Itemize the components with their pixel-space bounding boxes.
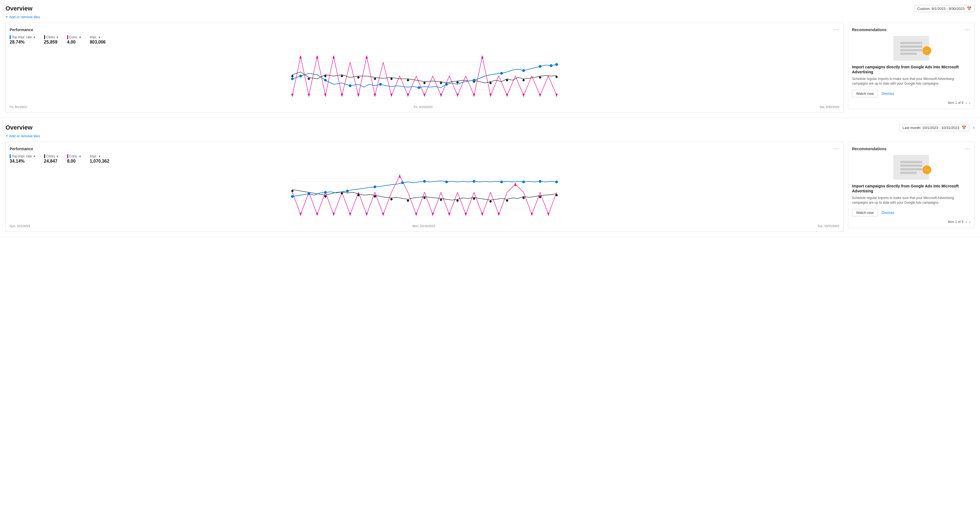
rec-content-desc-1: Schedule regular imports to make sure th…	[852, 77, 970, 86]
svg-point-53	[550, 64, 552, 67]
chevron-impr-2[interactable]: ▼	[98, 155, 101, 158]
chart-labels-2: Sun, 10/1/2023 Mon, 10/16/2023 Tue, 10/3…	[10, 224, 839, 228]
svg-marker-66	[448, 213, 450, 216]
rec-menu-2[interactable]: ···	[964, 146, 970, 152]
perf-card-1-header: Performance ···	[10, 27, 839, 32]
add-tiles-btn-1[interactable]: + Add or remove tiles	[5, 14, 40, 19]
svg-marker-10	[324, 94, 326, 97]
rec-pagination-2: Item 1 of 9 ‹ ›	[852, 220, 970, 224]
svg-marker-23	[539, 94, 541, 97]
chevron-conv-1[interactable]: ▼	[79, 36, 81, 39]
rec-prev-btn-2[interactable]: ‹	[966, 220, 967, 224]
svg-point-91	[291, 195, 294, 198]
rec-arrow-circle-2: →	[923, 165, 931, 174]
svg-point-44	[324, 79, 327, 81]
collapse-btn-2[interactable]: ‹	[973, 125, 975, 130]
metric-label-impr-2: Impr.	[90, 154, 97, 158]
svg-marker-69	[498, 213, 500, 216]
dismiss-link-2[interactable]: Dismiss	[882, 211, 894, 215]
svg-point-102	[539, 180, 541, 183]
rec-pagination-1: Item 1 of 9 ‹ ›	[852, 101, 970, 105]
svg-marker-19	[473, 94, 475, 97]
rec-content-title-2: Import campaigns directly from Google Ad…	[852, 184, 970, 193]
svg-marker-18	[457, 94, 459, 97]
rec-line-2	[900, 45, 922, 48]
chart-area-2	[10, 168, 839, 223]
metric-value-impr-1: 803,006	[90, 40, 106, 45]
rec-next-btn-2[interactable]: ›	[969, 220, 970, 224]
chart-svg-2	[10, 168, 839, 223]
date-range-selector-1[interactable]: Custom: 9/1/2023 - 9/30/2023 📅	[914, 5, 975, 12]
chart-label-mid-2: Mon, 10/16/2023	[412, 224, 435, 228]
svg-point-96	[401, 181, 404, 184]
svg-marker-63	[382, 213, 384, 216]
section-2-header: Overview Last month: 10/1/2023 - 10/31/2…	[5, 124, 975, 131]
chevron-clicks-1[interactable]: ▼	[56, 36, 59, 39]
section-1-title: Overview	[5, 5, 32, 12]
performance-card-2: Performance ··· Top impr. rate ▼ 34.14%	[5, 142, 843, 232]
svg-point-50	[500, 72, 503, 75]
metric-label-conv-1: Conv.	[69, 35, 78, 39]
recommendations-card-2: Recommendations ··· → Import campaigns d…	[848, 142, 975, 228]
chevron-top-impr-1[interactable]: ▼	[33, 36, 36, 39]
rec-line-2-3	[900, 168, 922, 170]
chevron-clicks-2[interactable]: ▼	[56, 155, 59, 158]
content-row-1: Performance ··· Top impr. rate ▼ 28.74%	[5, 22, 975, 113]
svg-point-94	[346, 190, 349, 192]
rec-line-2-2	[900, 164, 922, 167]
metric-impr-2: Impr. ▼ 1,070,362	[90, 154, 109, 164]
metric-label-top-impr-2: Top impr. rate	[12, 154, 32, 158]
svg-marker-16	[423, 94, 426, 97]
performance-card-1: Performance ··· Top impr. rate ▼ 28.74%	[5, 22, 843, 113]
rec-pagination-text-1: Item 1 of 9	[948, 101, 964, 105]
rec-title-1: Recommendations	[852, 27, 886, 32]
date-range-selector-2[interactable]: Last month: 10/1/2023 - 10/31/2023 📅	[900, 124, 969, 131]
svg-marker-13	[374, 94, 376, 97]
svg-marker-3	[299, 55, 302, 58]
metric-color-top-impr-1	[10, 35, 11, 39]
rec-image-lines-1	[900, 42, 922, 55]
metric-impr-1: Impr. ▼ 803,006	[90, 35, 106, 45]
add-tiles-btn-2[interactable]: + Add or remove tiles	[5, 133, 40, 138]
svg-marker-87	[506, 199, 508, 202]
rec-line-3	[900, 49, 922, 51]
metrics-row-2: Top impr. rate ▼ 34.14% Clicks ▼ 24,847	[10, 154, 839, 164]
dismiss-link-1[interactable]: Dismiss	[882, 91, 894, 96]
svg-marker-5	[332, 55, 335, 58]
svg-point-100	[500, 180, 503, 183]
svg-marker-60	[332, 213, 335, 216]
svg-marker-82	[423, 196, 426, 199]
rec-menu-1[interactable]: ···	[964, 27, 970, 32]
perf-card-1-menu[interactable]: ···	[834, 27, 839, 32]
watch-now-btn-2[interactable]: Watch now	[852, 209, 878, 216]
svg-marker-14	[390, 94, 393, 97]
svg-marker-24	[555, 94, 558, 97]
rec-header-2: Recommendations ···	[852, 146, 970, 152]
watch-now-btn-1[interactable]: Watch now	[852, 90, 878, 97]
svg-marker-83	[440, 198, 442, 201]
rec-pagination-text-2: Item 1 of 9	[948, 220, 964, 224]
svg-marker-12	[357, 94, 360, 97]
svg-marker-31	[390, 77, 393, 80]
rec-next-btn-1[interactable]: ›	[969, 101, 970, 105]
chevron-conv-2[interactable]: ▼	[79, 155, 81, 158]
svg-marker-4	[316, 55, 318, 58]
section-2: Overview Last month: 10/1/2023 - 10/31/2…	[0, 119, 980, 237]
chart-label-end-2: Tue, 10/31/2023	[817, 224, 839, 228]
rec-line-4	[900, 53, 917, 55]
svg-marker-74	[291, 190, 294, 192]
chevron-impr-1[interactable]: ▼	[98, 36, 101, 39]
perf-card-2-menu[interactable]: ···	[834, 146, 839, 152]
metric-label-conv-2: Conv.	[69, 154, 78, 158]
date-range-text-1: Custom: 9/1/2023 - 9/30/2023	[917, 6, 964, 11]
chevron-top-impr-2[interactable]: ▼	[33, 155, 36, 158]
metric-label-top-impr-1: Top impr. rate	[12, 35, 32, 39]
metric-label-clicks-1: Clicks	[46, 35, 55, 39]
metric-value-clicks-2: 24,847	[44, 159, 59, 164]
rec-prev-btn-1[interactable]: ‹	[966, 101, 967, 105]
perf-card-2-title: Performance	[10, 147, 33, 151]
svg-marker-58	[299, 213, 302, 216]
plus-icon-1: +	[5, 14, 8, 19]
svg-marker-25	[291, 75, 294, 77]
svg-marker-70	[531, 213, 533, 216]
